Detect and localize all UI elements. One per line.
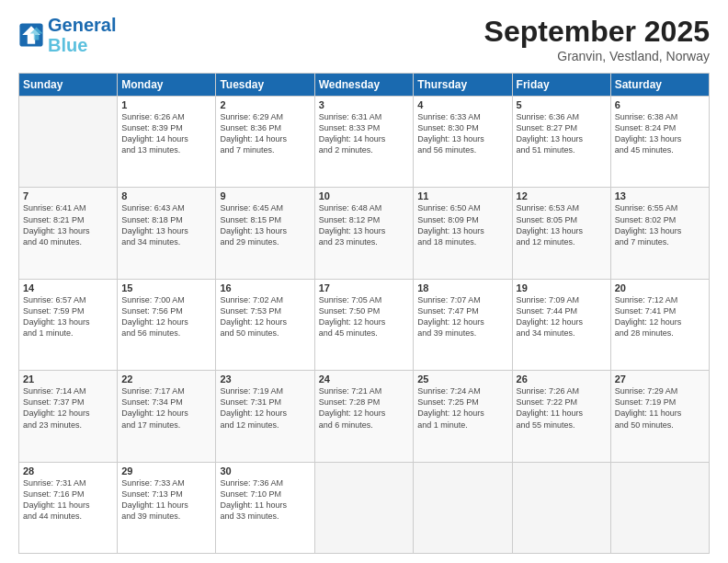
day-cell: 6Sunrise: 6:38 AM Sunset: 8:24 PM Daylig… xyxy=(610,97,709,188)
day-cell: 12Sunrise: 6:53 AM Sunset: 8:05 PM Dayli… xyxy=(512,188,610,279)
day-info: Sunrise: 7:19 AM Sunset: 7:31 PM Dayligh… xyxy=(220,385,310,431)
page-header: General Blue September 2025 Granvin, Ves… xyxy=(18,15,710,63)
day-number: 19 xyxy=(517,282,607,293)
day-cell: 21Sunrise: 7:14 AM Sunset: 7:37 PM Dayli… xyxy=(19,371,118,462)
day-number: 17 xyxy=(319,282,410,293)
week-row-2: 7Sunrise: 6:41 AM Sunset: 8:21 PM Daylig… xyxy=(19,188,710,279)
day-info: Sunrise: 7:24 AM Sunset: 7:25 PM Dayligh… xyxy=(417,385,507,431)
day-number: 16 xyxy=(220,282,310,293)
day-cell: 16Sunrise: 7:02 AM Sunset: 7:53 PM Dayli… xyxy=(216,279,314,370)
title-block: September 2025 Granvin, Vestland, Norway xyxy=(484,15,710,63)
day-cell: 19Sunrise: 7:09 AM Sunset: 7:44 PM Dayli… xyxy=(512,279,610,370)
day-cell: 1Sunrise: 6:26 AM Sunset: 8:39 PM Daylig… xyxy=(118,97,216,188)
day-number: 28 xyxy=(23,465,113,477)
day-info: Sunrise: 7:26 AM Sunset: 7:22 PM Dayligh… xyxy=(517,385,607,431)
day-header-tuesday: Tuesday xyxy=(216,74,314,97)
day-info: Sunrise: 6:38 AM Sunset: 8:24 PM Dayligh… xyxy=(615,111,705,156)
day-cell: 22Sunrise: 7:17 AM Sunset: 7:34 PM Dayli… xyxy=(118,371,216,462)
location: Granvin, Vestland, Norway xyxy=(484,49,710,63)
day-info: Sunrise: 6:33 AM Sunset: 8:30 PM Dayligh… xyxy=(417,111,507,156)
day-cell: 2Sunrise: 6:29 AM Sunset: 8:36 PM Daylig… xyxy=(216,97,314,188)
day-cell: 15Sunrise: 7:00 AM Sunset: 7:56 PM Dayli… xyxy=(118,279,216,370)
day-info: Sunrise: 7:29 AM Sunset: 7:19 PM Dayligh… xyxy=(615,385,705,431)
day-cell: 10Sunrise: 6:48 AM Sunset: 8:12 PM Dayli… xyxy=(314,188,414,279)
day-cell: 30Sunrise: 7:36 AM Sunset: 7:10 PM Dayli… xyxy=(216,462,314,553)
day-header-saturday: Saturday xyxy=(610,74,709,97)
day-number: 12 xyxy=(517,190,607,201)
day-cell: 11Sunrise: 6:50 AM Sunset: 8:09 PM Dayli… xyxy=(414,188,512,279)
day-info: Sunrise: 6:57 AM Sunset: 7:59 PM Dayligh… xyxy=(23,294,113,339)
day-number: 25 xyxy=(417,373,507,385)
day-cell: 27Sunrise: 7:29 AM Sunset: 7:19 PM Dayli… xyxy=(610,371,709,462)
week-row-5: 28Sunrise: 7:31 AM Sunset: 7:16 PM Dayli… xyxy=(19,462,710,553)
day-info: Sunrise: 6:26 AM Sunset: 8:39 PM Dayligh… xyxy=(121,111,211,156)
day-number: 2 xyxy=(220,99,310,110)
day-number: 13 xyxy=(615,190,705,201)
day-cell: 28Sunrise: 7:31 AM Sunset: 7:16 PM Dayli… xyxy=(19,462,118,553)
day-cell: 20Sunrise: 7:12 AM Sunset: 7:41 PM Dayli… xyxy=(610,279,709,370)
day-cell: 25Sunrise: 7:24 AM Sunset: 7:25 PM Dayli… xyxy=(414,371,512,462)
day-number: 5 xyxy=(517,99,607,110)
day-cell xyxy=(19,97,118,188)
day-info: Sunrise: 6:43 AM Sunset: 8:18 PM Dayligh… xyxy=(121,202,211,247)
day-cell xyxy=(610,462,709,553)
day-cell: 26Sunrise: 7:26 AM Sunset: 7:22 PM Dayli… xyxy=(512,371,610,462)
day-number: 7 xyxy=(23,190,113,201)
day-info: Sunrise: 7:31 AM Sunset: 7:16 PM Dayligh… xyxy=(23,477,113,523)
day-cell: 3Sunrise: 6:31 AM Sunset: 8:33 PM Daylig… xyxy=(314,97,414,188)
day-info: Sunrise: 7:17 AM Sunset: 7:34 PM Dayligh… xyxy=(121,385,211,431)
day-number: 20 xyxy=(615,282,705,293)
day-number: 4 xyxy=(417,99,507,110)
day-header-thursday: Thursday xyxy=(414,74,512,97)
day-info: Sunrise: 6:48 AM Sunset: 8:12 PM Dayligh… xyxy=(319,202,410,247)
day-number: 18 xyxy=(417,282,507,293)
day-number: 9 xyxy=(220,190,310,201)
day-info: Sunrise: 6:41 AM Sunset: 8:21 PM Dayligh… xyxy=(23,202,113,247)
logo: General Blue xyxy=(18,15,116,55)
day-number: 27 xyxy=(615,373,705,385)
week-row-4: 21Sunrise: 7:14 AM Sunset: 7:37 PM Dayli… xyxy=(19,371,710,462)
day-info: Sunrise: 6:50 AM Sunset: 8:09 PM Dayligh… xyxy=(417,202,507,247)
day-info: Sunrise: 7:00 AM Sunset: 7:56 PM Dayligh… xyxy=(121,294,211,339)
day-cell: 18Sunrise: 7:07 AM Sunset: 7:47 PM Dayli… xyxy=(414,279,512,370)
day-info: Sunrise: 7:05 AM Sunset: 7:50 PM Dayligh… xyxy=(319,294,410,339)
day-number: 11 xyxy=(417,190,507,201)
day-cell: 13Sunrise: 6:55 AM Sunset: 8:02 PM Dayli… xyxy=(610,188,709,279)
month-title: September 2025 xyxy=(484,15,710,49)
day-info: Sunrise: 7:07 AM Sunset: 7:47 PM Dayligh… xyxy=(417,294,507,339)
day-number: 22 xyxy=(121,373,211,385)
day-header-wednesday: Wednesday xyxy=(314,74,414,97)
day-number: 14 xyxy=(23,282,113,293)
calendar-table: SundayMondayTuesdayWednesdayThursdayFrid… xyxy=(18,73,710,554)
day-info: Sunrise: 6:36 AM Sunset: 8:27 PM Dayligh… xyxy=(517,111,607,156)
day-cell xyxy=(314,462,414,553)
day-cell: 7Sunrise: 6:41 AM Sunset: 8:21 PM Daylig… xyxy=(19,188,118,279)
calendar-header-row: SundayMondayTuesdayWednesdayThursdayFrid… xyxy=(19,74,710,97)
day-number: 21 xyxy=(23,373,113,385)
day-cell: 4Sunrise: 6:33 AM Sunset: 8:30 PM Daylig… xyxy=(414,97,512,188)
day-number: 26 xyxy=(517,373,607,385)
day-cell xyxy=(414,462,512,553)
day-number: 10 xyxy=(319,190,410,201)
day-info: Sunrise: 6:29 AM Sunset: 8:36 PM Dayligh… xyxy=(220,111,310,156)
day-info: Sunrise: 7:02 AM Sunset: 7:53 PM Dayligh… xyxy=(220,294,310,339)
day-cell: 5Sunrise: 6:36 AM Sunset: 8:27 PM Daylig… xyxy=(512,97,610,188)
day-cell: 9Sunrise: 6:45 AM Sunset: 8:15 PM Daylig… xyxy=(216,188,314,279)
logo-icon xyxy=(18,22,44,48)
logo-text: General Blue xyxy=(48,15,116,55)
day-number: 8 xyxy=(121,190,211,201)
day-number: 6 xyxy=(615,99,705,110)
day-info: Sunrise: 7:12 AM Sunset: 7:41 PM Dayligh… xyxy=(615,294,705,339)
day-info: Sunrise: 7:14 AM Sunset: 7:37 PM Dayligh… xyxy=(23,385,113,431)
day-header-sunday: Sunday xyxy=(19,74,118,97)
day-info: Sunrise: 7:21 AM Sunset: 7:28 PM Dayligh… xyxy=(319,385,410,431)
day-header-friday: Friday xyxy=(512,74,610,97)
day-cell: 24Sunrise: 7:21 AM Sunset: 7:28 PM Dayli… xyxy=(314,371,414,462)
day-info: Sunrise: 6:55 AM Sunset: 8:02 PM Dayligh… xyxy=(615,202,705,247)
day-cell xyxy=(512,462,610,553)
day-cell: 17Sunrise: 7:05 AM Sunset: 7:50 PM Dayli… xyxy=(314,279,414,370)
day-number: 24 xyxy=(319,373,410,385)
day-cell: 14Sunrise: 6:57 AM Sunset: 7:59 PM Dayli… xyxy=(19,279,118,370)
week-row-3: 14Sunrise: 6:57 AM Sunset: 7:59 PM Dayli… xyxy=(19,279,710,370)
day-info: Sunrise: 6:45 AM Sunset: 8:15 PM Dayligh… xyxy=(220,202,310,247)
